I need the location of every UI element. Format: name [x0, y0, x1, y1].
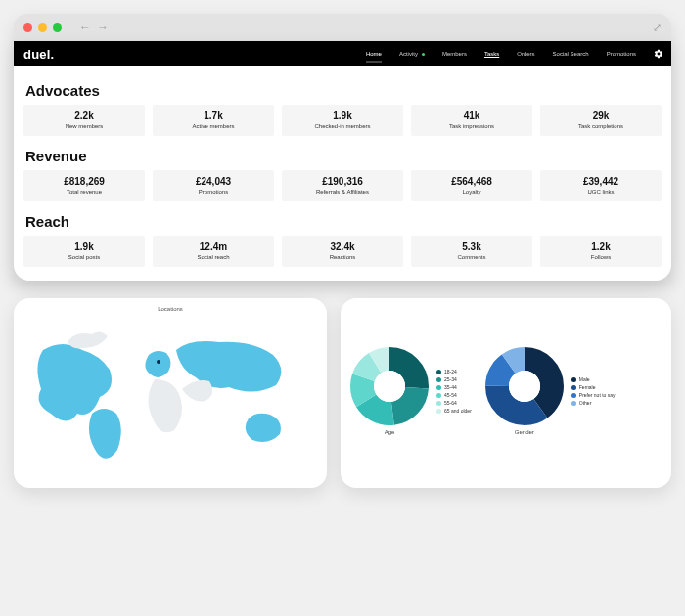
- map-region-australia: [246, 414, 281, 442]
- kpi-label: Task completions: [544, 123, 658, 129]
- kpi-new-members[interactable]: 2.2kNew members: [23, 105, 145, 136]
- kpi-label: Referrals & Affiliates: [286, 189, 399, 195]
- nav-label: Social Search: [553, 51, 589, 57]
- legend-swatch-icon: [571, 377, 576, 382]
- legend-label: 25-34: [444, 376, 457, 382]
- kpi-comments[interactable]: 5.3kComments: [411, 236, 532, 267]
- gear-icon[interactable]: [654, 49, 663, 59]
- age-caption: Age: [385, 429, 395, 435]
- legend-row: Other: [571, 400, 616, 406]
- legend-label: 35-44: [444, 384, 457, 390]
- nav-label: Members: [442, 51, 467, 57]
- kpi-active-members[interactable]: 1.7kActive members: [153, 105, 274, 136]
- kpi-value: 29k: [544, 110, 658, 121]
- minimize-dot[interactable]: [38, 23, 47, 32]
- kpi-follows[interactable]: 1.2kFollows: [540, 236, 662, 267]
- kpi-value: £190,316: [286, 176, 399, 187]
- kpi-promotions[interactable]: £24,043Promotions: [153, 170, 274, 201]
- age-donut-icon: [350, 347, 429, 425]
- map-region-south-america: [89, 409, 121, 459]
- kpi-row-advocates: 2.2kNew members 1.7kActive members 1.9kC…: [23, 105, 662, 136]
- gender-legend: MaleFemalePrefer not to sayOther: [571, 376, 616, 406]
- section-title-reach: Reach: [25, 213, 662, 230]
- kpi-task-completions[interactable]: 29kTask completions: [540, 105, 662, 136]
- legend-row: 35-44: [436, 384, 472, 390]
- kpi-referrals-affiliates[interactable]: £190,316Referrals & Affiliates: [282, 170, 403, 201]
- kpi-loyalty[interactable]: £564,468Loyalty: [411, 170, 532, 201]
- legend-swatch-icon: [436, 401, 441, 406]
- kpi-value: 1.9k: [286, 110, 399, 121]
- kpi-value: £564,468: [415, 176, 528, 187]
- legend-label: Other: [579, 400, 592, 406]
- legend-row: 65 and older: [436, 408, 472, 414]
- status-dot-icon: [422, 53, 425, 56]
- locations-title: Locations: [23, 306, 317, 312]
- kpi-label: Reactions: [286, 254, 399, 260]
- nav-activity[interactable]: Activity: [399, 51, 425, 57]
- nav-label: Home: [366, 51, 382, 57]
- kpi-label: New members: [27, 123, 141, 129]
- kpi-value: 12.4m: [157, 242, 270, 252]
- legend-row: 45-54: [436, 392, 472, 398]
- kpi-value: 2.2k: [27, 110, 141, 121]
- nav-orders[interactable]: Orders: [517, 51, 534, 57]
- close-dot[interactable]: [23, 23, 32, 32]
- app-card: duel. Home Activity Members Tasks Orders…: [14, 41, 671, 281]
- kpi-total-revenue[interactable]: £818,269Total revenue: [23, 170, 145, 201]
- kpi-task-impressions[interactable]: 41kTask impressions: [411, 105, 532, 136]
- locations-panel[interactable]: Locations: [14, 298, 327, 488]
- bottom-panels: Locations Age 18-2425-3435-4445-5455-646…: [14, 298, 671, 488]
- legend-row: 25-34: [436, 376, 472, 382]
- kpi-label: Promotions: [157, 189, 270, 195]
- nav-label: Tasks: [484, 51, 499, 57]
- legend-row: 55-64: [436, 400, 472, 406]
- kpi-value: 1.2k: [544, 242, 658, 252]
- back-arrow-icon[interactable]: ←: [79, 21, 91, 34]
- map-region-middle-east: [182, 380, 212, 402]
- maximize-dot[interactable]: [53, 23, 62, 32]
- nav-menu: Home Activity Members Tasks Orders Socia…: [366, 49, 663, 59]
- map-marker-uk: [157, 360, 160, 364]
- kpi-social-posts[interactable]: 1.9kSocial posts: [23, 236, 145, 267]
- nav-home[interactable]: Home: [366, 51, 382, 57]
- kpi-checked-in-members[interactable]: 1.9kChecked-in members: [282, 105, 403, 136]
- nav-social-search[interactable]: Social Search: [553, 51, 589, 57]
- brand-logo[interactable]: duel.: [23, 47, 54, 62]
- legend-label: 55-64: [444, 400, 457, 406]
- kpi-value: £24,043: [157, 176, 270, 187]
- nav-label: Promotions: [607, 51, 636, 57]
- kpi-ugc-links[interactable]: £39,442UGC links: [540, 170, 662, 201]
- nav-members[interactable]: Members: [442, 51, 467, 57]
- legend-label: Female: [579, 384, 596, 390]
- legend-label: 65 and older: [444, 408, 472, 414]
- legend-label: Male: [579, 376, 590, 382]
- top-nav: duel. Home Activity Members Tasks Orders…: [14, 41, 671, 66]
- kpi-row-revenue: £818,269Total revenue £24,043Promotions …: [23, 170, 662, 201]
- gender-chart: Gender: [485, 347, 564, 435]
- nav-tasks[interactable]: Tasks: [484, 51, 499, 57]
- browser-titlebar: ← → ⤢: [14, 14, 671, 41]
- kpi-label: Loyalty: [415, 189, 528, 195]
- kpi-label: Task impressions: [415, 123, 528, 129]
- nav-label: Activity: [399, 51, 418, 57]
- map-region-greenland: [68, 331, 108, 348]
- kpi-label: Checked-in members: [286, 123, 399, 129]
- legend-row: Female: [571, 384, 616, 390]
- kpi-row-reach: 1.9kSocial posts 12.4mSocial reach 32.4k…: [23, 236, 662, 267]
- nav-promotions[interactable]: Promotions: [607, 51, 636, 57]
- kpi-label: Comments: [415, 254, 528, 260]
- kpi-reactions[interactable]: 32.4kReactions: [282, 236, 403, 267]
- section-title-advocates: Advocates: [25, 82, 662, 99]
- nav-arrows: ← →: [79, 21, 109, 34]
- nav-label: Orders: [517, 51, 534, 57]
- legend-swatch-icon: [571, 401, 576, 406]
- legend-row: Male: [571, 376, 616, 382]
- legend-swatch-icon: [436, 377, 441, 382]
- legend-label: 18-24: [444, 369, 457, 374]
- kpi-label: Active members: [157, 123, 270, 129]
- demographics-panel[interactable]: Age 18-2425-3435-4445-5455-6465 and olde…: [341, 298, 671, 488]
- svg-point-6: [374, 371, 405, 402]
- kpi-social-reach[interactable]: 12.4mSocial reach: [153, 236, 274, 267]
- expand-icon[interactable]: ⤢: [653, 22, 662, 34]
- forward-arrow-icon[interactable]: →: [97, 21, 109, 34]
